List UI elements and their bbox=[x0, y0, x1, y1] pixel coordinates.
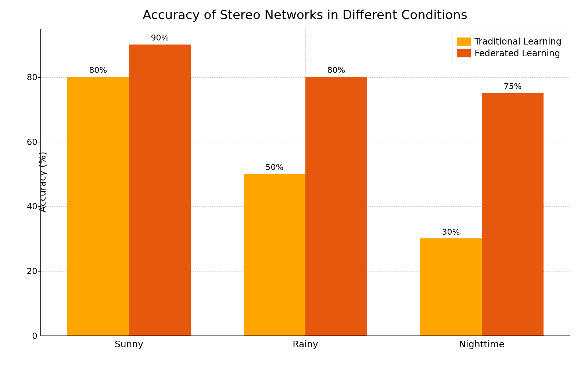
y-ticklabel-60: 60 bbox=[19, 137, 37, 147]
y-axis-label: Accuracy (%) bbox=[37, 152, 48, 212]
x-label-sunny: Sunny bbox=[115, 339, 143, 350]
y-tick-0 bbox=[38, 336, 41, 336]
label-trad-sunny: 80% bbox=[89, 65, 107, 75]
y-ticklabel-0: 0 bbox=[19, 331, 37, 341]
chart-title: Accuracy of Stereo Networks in Different… bbox=[40, 7, 570, 22]
legend-label-traditional: Traditional Learning bbox=[474, 36, 562, 47]
legend-item-federated: Federated Learning bbox=[457, 47, 562, 59]
legend-swatch-traditional bbox=[457, 38, 471, 46]
legend-item-traditional: Traditional Learning bbox=[457, 36, 562, 47]
y-ticklabel-80: 80 bbox=[19, 72, 37, 82]
bar-traditional-rainy bbox=[244, 174, 305, 336]
y-ticklabel-40: 40 bbox=[19, 202, 37, 211]
y-tick-80 bbox=[38, 77, 41, 78]
bar-federated-sunny bbox=[129, 45, 191, 336]
chart-container: Accuracy of Stereo Networks in Different… bbox=[40, 7, 570, 361]
legend-swatch-federated bbox=[457, 49, 471, 57]
x-label-nighttime: Nighttime bbox=[459, 339, 505, 350]
y-ticklabel-20: 20 bbox=[19, 266, 37, 276]
bar-traditional-nighttime bbox=[420, 238, 482, 336]
label-fed-sunny: 90% bbox=[151, 33, 169, 42]
bar-federated-nighttime bbox=[482, 93, 544, 336]
label-trad-rainy: 50% bbox=[266, 163, 284, 172]
plot-area: 80% 90% 50% 80% 30% 75% Sunny Rainy Nigh… bbox=[40, 29, 570, 336]
label-trad-nighttime: 30% bbox=[442, 227, 460, 237]
y-tick-60 bbox=[38, 142, 41, 142]
label-fed-rainy: 80% bbox=[327, 65, 345, 75]
x-label-rainy: Rainy bbox=[293, 339, 318, 350]
legend: Traditional Learning Federated Learning bbox=[452, 32, 566, 63]
bar-traditional-sunny bbox=[67, 77, 129, 336]
label-fed-nighttime: 75% bbox=[504, 82, 522, 91]
y-tick-20 bbox=[38, 271, 41, 272]
bar-federated-rainy bbox=[305, 77, 367, 336]
legend-label-federated: Federated Learning bbox=[474, 48, 560, 58]
